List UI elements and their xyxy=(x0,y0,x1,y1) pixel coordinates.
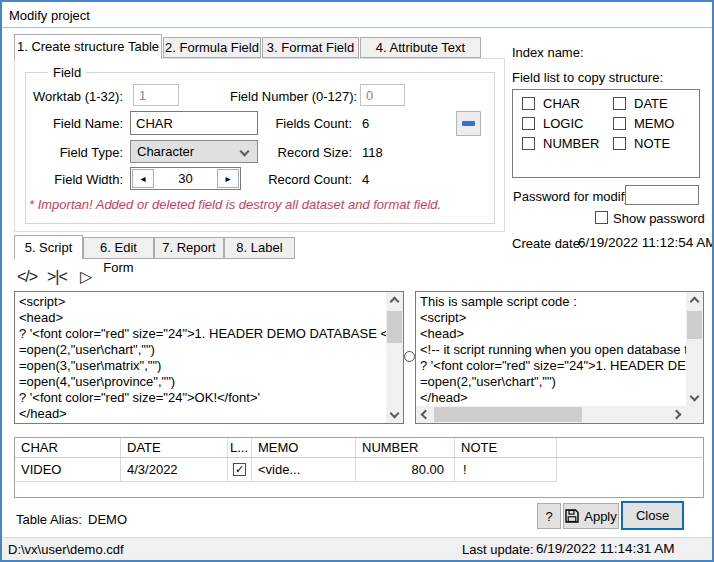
close-button[interactable]: Close xyxy=(621,501,684,530)
run-script-icon[interactable]: ▷ xyxy=(80,266,92,288)
field-number-value: 0 xyxy=(366,88,373,103)
close-button-label: Close xyxy=(636,508,669,523)
tab-label-tab[interactable]: 8. Label xyxy=(224,237,295,259)
tab-script[interactable]: 5. Script xyxy=(14,235,83,259)
record-size-label: Record Size: xyxy=(258,145,352,161)
hscrollbar-thumb[interactable] xyxy=(434,407,582,422)
code-collapse-icon[interactable]: >|< xyxy=(47,266,67,288)
column-header-char[interactable]: CHAR xyxy=(15,438,121,457)
title-bar[interactable]: Modify project xyxy=(2,2,712,27)
record-size-value: 118 xyxy=(362,145,383,161)
data-grid: CHAR DATE L... MEMO NUMBER NOTE VIDEO 4/… xyxy=(14,437,704,498)
tab-report[interactable]: 7. Report xyxy=(154,237,224,259)
apply-button[interactable]: Apply xyxy=(563,503,619,529)
script-help-hscrollbar[interactable] xyxy=(416,406,686,423)
checkbox-memo-label: MEMO xyxy=(634,116,674,132)
field-width-stepper[interactable]: ◂ 30 ▸ xyxy=(130,167,241,190)
scrollbar-corner xyxy=(686,406,703,423)
fields-count-value: 6 xyxy=(362,116,369,132)
field-type-value: Character xyxy=(137,144,194,159)
window-title: Modify project xyxy=(9,8,90,24)
checkbox-number[interactable] xyxy=(522,137,535,150)
right-arrow-icon: ▸ xyxy=(225,173,230,184)
apply-button-label: Apply xyxy=(584,509,617,524)
chevron-up-icon[interactable] xyxy=(390,297,400,307)
checkbox-logic[interactable] xyxy=(522,117,535,130)
show-password-checkbox[interactable] xyxy=(595,211,608,224)
tab-label: 7. Report xyxy=(162,240,215,255)
field-number-label: Field Number (0-127): xyxy=(230,89,353,105)
script-editor-text: <script> <head> ? '<font color="red" siz… xyxy=(15,292,386,423)
tab-attribute-text-table[interactable]: 4. Attribute Text Table xyxy=(360,37,481,58)
field-type-combobox[interactable]: Character xyxy=(130,140,258,163)
script-help-vscrollbar[interactable] xyxy=(686,292,703,406)
help-icon: ? xyxy=(545,509,552,524)
checkbox-memo[interactable] xyxy=(613,117,626,130)
tab-label: 8. Label xyxy=(236,240,282,255)
help-button[interactable]: ? xyxy=(537,503,561,529)
chevron-up-icon[interactable] xyxy=(690,297,700,307)
script-editor[interactable]: <script> <head> ? '<font color="red" siz… xyxy=(14,291,404,424)
password-input[interactable] xyxy=(625,185,699,205)
checkbox-char-label: CHAR xyxy=(543,96,580,112)
checkbox-date[interactable] xyxy=(613,97,626,110)
create-date-value: 6/19/2022 11:12:54 AM xyxy=(578,235,714,251)
chevron-right-icon[interactable] xyxy=(672,410,682,420)
chevron-left-icon[interactable] xyxy=(421,410,431,420)
column-header-note[interactable]: NOTE xyxy=(455,438,557,457)
vscrollbar-thumb[interactable] xyxy=(687,311,702,339)
checkbox-note[interactable] xyxy=(613,137,626,150)
cell-char: VIDEO xyxy=(15,458,121,482)
code-tags-icon[interactable]: </> xyxy=(17,266,37,288)
grid-header-row: CHAR DATE L... MEMO NUMBER NOTE xyxy=(15,438,703,458)
chevron-down-icon[interactable] xyxy=(390,409,400,419)
table-alias-value: DEMO xyxy=(88,512,127,528)
checked-checkbox-icon[interactable]: ✓ xyxy=(233,463,246,476)
checkbox-number-label: NUMBER xyxy=(543,136,599,152)
cell-note: ! xyxy=(455,458,557,482)
tab-label: 1. Create structure Table xyxy=(17,39,159,54)
tab-create-structure-table[interactable]: 1. Create structure Table xyxy=(14,34,162,59)
chevron-down-icon[interactable] xyxy=(690,392,700,402)
cell-memo: <vide... xyxy=(252,458,356,482)
file-path-text: D:\vx\user\demo.cdf xyxy=(8,542,124,558)
password-label: Password for modify: xyxy=(513,189,634,205)
tab-label: 2. Formula Field xyxy=(165,40,259,55)
record-count-value: 4 xyxy=(362,172,369,188)
script-help-box[interactable]: This is sample script code : <script> <h… xyxy=(415,291,704,424)
checkbox-logic-label: LOGIC xyxy=(543,116,583,132)
stepper-right-arrow[interactable]: ▸ xyxy=(217,169,239,188)
field-groupbox-legend: Field xyxy=(48,65,86,80)
field-number-input[interactable]: 0 xyxy=(360,84,405,106)
tab-label: 3. Format Field xyxy=(267,40,354,55)
record-count-label: Record Count: xyxy=(258,172,352,188)
copy-structure-label: Field list to copy structure: xyxy=(512,70,663,86)
cell-number: 80.00 xyxy=(356,458,455,482)
index-name-label: Index name: xyxy=(512,45,584,61)
column-header-number[interactable]: NUMBER xyxy=(356,438,455,457)
tab-formula-field[interactable]: 2. Formula Field xyxy=(163,37,261,58)
column-header-memo[interactable]: MEMO xyxy=(252,438,356,457)
vscrollbar-thumb[interactable] xyxy=(387,311,402,343)
title-separator xyxy=(2,27,712,28)
tab-format-field[interactable]: 3. Format Field xyxy=(262,37,359,58)
script-editor-vscrollbar[interactable] xyxy=(386,292,403,423)
column-header-date[interactable]: DATE xyxy=(121,438,228,457)
splitter-handle[interactable] xyxy=(404,351,415,362)
cell-date: 4/3/2022 xyxy=(121,458,228,482)
worktab-input[interactable]: 1 xyxy=(133,84,179,106)
table-row[interactable]: VIDEO 4/3/2022 ✓ <vide... 80.00 ! xyxy=(15,458,703,482)
minus-icon xyxy=(462,121,475,126)
checkbox-char[interactable] xyxy=(522,97,535,110)
tab-edit-form[interactable]: 6. Edit Form xyxy=(83,237,154,259)
worktab-value: 1 xyxy=(139,88,146,103)
last-update-value: 6/19/2022 11:14:31 AM xyxy=(536,541,675,557)
column-header-logic[interactable]: L... xyxy=(228,438,252,457)
fields-count-label: Fields Count: xyxy=(258,116,352,132)
field-list-box: CHAR DATE LOGIC MEMO NUMBER NOTE xyxy=(512,89,700,178)
field-name-input[interactable]: CHAR xyxy=(130,111,258,135)
worktab-label: Worktab (1-32): xyxy=(28,89,123,105)
last-update-label: Last update: xyxy=(462,542,534,558)
status-bar: D:\vx\user\demo.cdf Last update: 6/19/20… xyxy=(2,537,712,560)
remove-field-button[interactable] xyxy=(456,111,481,136)
